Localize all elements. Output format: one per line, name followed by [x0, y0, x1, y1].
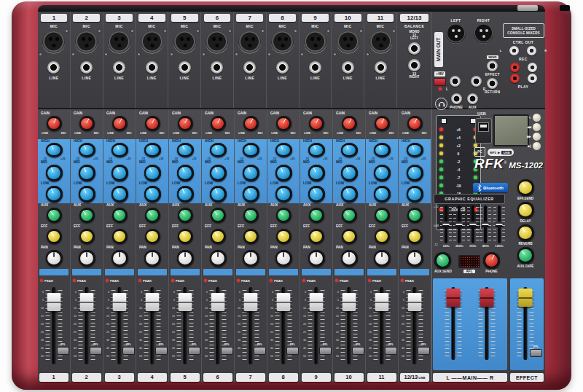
phantom-power-switch[interactable]: [434, 78, 446, 86]
eq-high-knob[interactable]: [243, 143, 259, 157]
pfl-button[interactable]: [418, 347, 430, 355]
eq-low-knob[interactable]: [111, 186, 128, 203]
eff-knob[interactable]: [145, 229, 160, 244]
channel-fader[interactable]: [408, 293, 422, 311]
eff-knob[interactable]: [178, 229, 193, 244]
eq-high-knob[interactable]: [407, 143, 423, 157]
pan-knob[interactable]: [275, 250, 292, 267]
eq-mid-knob[interactable]: [46, 165, 63, 181]
delay-knob[interactable]: [517, 202, 534, 219]
aux-knob[interactable]: [112, 208, 128, 223]
repeat-button[interactable]: [532, 113, 541, 122]
pfl-button[interactable]: [385, 347, 397, 355]
pfl-button[interactable]: [188, 347, 200, 355]
pan-knob[interactable]: [79, 250, 95, 267]
eq-low-knob[interactable]: [374, 186, 391, 203]
gain-knob[interactable]: [47, 116, 62, 131]
eq-low-knob[interactable]: [341, 186, 358, 203]
gain-knob[interactable]: [276, 116, 292, 131]
eq-high-knob[interactable]: [79, 143, 95, 157]
pan-knob[interactable]: [46, 250, 63, 267]
eff-knob[interactable]: [112, 229, 128, 244]
pan-knob[interactable]: [374, 250, 391, 267]
gain-knob[interactable]: [342, 116, 357, 131]
effect-fader[interactable]: [519, 289, 533, 307]
aux-send-knob[interactable]: [434, 252, 451, 269]
pan-knob[interactable]: [308, 250, 325, 267]
pfl-button[interactable]: [221, 347, 233, 355]
eq-high-knob[interactable]: [144, 143, 161, 157]
channel-fader[interactable]: [146, 293, 160, 311]
eff-knob[interactable]: [375, 229, 390, 244]
gain-knob[interactable]: [79, 116, 95, 131]
pfl-button[interactable]: [254, 347, 266, 355]
eq-low-knob[interactable]: [407, 186, 423, 203]
eq-mid-knob[interactable]: [374, 165, 391, 181]
geq-slider-cap[interactable]: [482, 222, 490, 227]
pfl-button[interactable]: [57, 347, 69, 355]
eq-low-knob[interactable]: [308, 186, 325, 203]
aux-knob[interactable]: [79, 208, 95, 223]
aux-knob[interactable]: [375, 208, 390, 223]
eq-low-knob[interactable]: [79, 186, 95, 203]
main-left-fader[interactable]: [447, 289, 461, 307]
pan-knob[interactable]: [111, 250, 128, 267]
eq-mid-knob[interactable]: [79, 165, 95, 181]
eq-high-knob[interactable]: [308, 143, 325, 157]
eff-knob[interactable]: [211, 229, 226, 244]
effect-pfl-button[interactable]: [530, 349, 542, 357]
eff-knob[interactable]: [309, 229, 324, 244]
aux-knob[interactable]: [145, 208, 160, 223]
channel-fader[interactable]: [113, 293, 127, 311]
channel-fader[interactable]: [244, 293, 258, 311]
phone-level-knob[interactable]: [483, 252, 500, 269]
eff-knob[interactable]: [79, 229, 95, 244]
eq-low-knob[interactable]: [275, 186, 292, 203]
eq-high-knob[interactable]: [374, 143, 391, 157]
pfl-button[interactable]: [286, 347, 299, 355]
aux-knob[interactable]: [276, 208, 292, 223]
aux-tape-knob[interactable]: [517, 247, 534, 264]
eff-knob[interactable]: [407, 229, 423, 244]
channel-fader[interactable]: [80, 293, 94, 311]
eq-mid-knob[interactable]: [275, 165, 292, 181]
channel-fader[interactable]: [277, 293, 291, 311]
channel-fader[interactable]: [179, 293, 192, 311]
eq-low-knob[interactable]: [210, 186, 227, 203]
eq-mid-knob[interactable]: [341, 165, 358, 181]
aux-knob[interactable]: [309, 208, 324, 223]
geq-slider-cap[interactable]: [496, 222, 504, 227]
eff-knob[interactable]: [276, 229, 292, 244]
eq-mid-knob[interactable]: [243, 165, 259, 181]
channel-fader[interactable]: [211, 293, 225, 311]
pan-knob[interactable]: [407, 250, 423, 267]
eq-high-knob[interactable]: [177, 143, 194, 157]
pfl-button[interactable]: [155, 347, 168, 355]
eq-mid-knob[interactable]: [308, 165, 325, 181]
eq-high-knob[interactable]: [275, 143, 292, 157]
geq-slider-cap[interactable]: [442, 222, 450, 227]
geq-slider-track[interactable]: [445, 205, 447, 243]
eq-mid-knob[interactable]: [177, 165, 194, 181]
eq-low-knob[interactable]: [144, 186, 161, 203]
eq-mid-knob[interactable]: [407, 165, 423, 181]
gain-knob[interactable]: [178, 116, 193, 131]
geq-slider-cap[interactable]: [469, 222, 477, 227]
channel-fader[interactable]: [47, 293, 61, 311]
eq-high-knob[interactable]: [46, 143, 63, 157]
channel-fader[interactable]: [375, 293, 389, 311]
pfl-button[interactable]: [122, 347, 135, 355]
next-track-button[interactable]: [532, 132, 541, 141]
eff-send-knob[interactable]: [517, 179, 534, 196]
geq-slider-cap[interactable]: [455, 222, 463, 227]
eq-high-knob[interactable]: [210, 143, 227, 157]
eff-knob[interactable]: [342, 229, 357, 244]
eq-mid-knob[interactable]: [111, 165, 128, 181]
gain-knob[interactable]: [211, 116, 226, 131]
gain-knob[interactable]: [243, 116, 259, 131]
gain-knob[interactable]: [145, 116, 160, 131]
gain-knob[interactable]: [309, 116, 324, 131]
reverb-knob[interactable]: [517, 224, 534, 241]
gain-knob[interactable]: [375, 116, 390, 131]
eq-mid-knob[interactable]: [210, 165, 227, 181]
